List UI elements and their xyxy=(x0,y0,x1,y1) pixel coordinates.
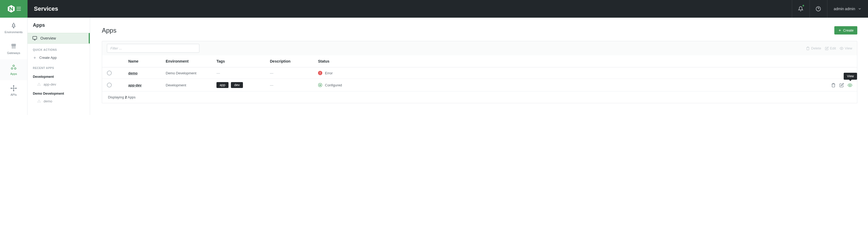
user-name: admin admin xyxy=(834,7,855,11)
action-label: Delete xyxy=(811,46,821,50)
nav-overview[interactable]: Overview xyxy=(28,33,90,43)
recent-app-dev[interactable]: app-dev xyxy=(28,80,90,89)
col-name: Name xyxy=(128,59,166,63)
notification-dot-icon xyxy=(803,5,804,6)
view-action[interactable]: View xyxy=(840,46,852,50)
rail-environments[interactable]: Environments xyxy=(0,18,27,38)
row-name-link[interactable]: demo xyxy=(128,71,137,75)
row-status-text: Error xyxy=(325,71,333,75)
help-circle-icon xyxy=(816,6,821,11)
rail-label: Environments xyxy=(4,30,23,34)
svg-point-28 xyxy=(39,101,41,102)
edit-icon xyxy=(825,47,829,50)
row-env: Development xyxy=(166,83,216,87)
col-status: Status xyxy=(318,59,371,63)
page-title: Apps xyxy=(102,27,117,34)
row-select-radio[interactable] xyxy=(107,83,112,87)
monitor-icon xyxy=(32,36,37,41)
action-label: View xyxy=(845,46,852,50)
svg-point-33 xyxy=(849,85,850,86)
plus-icon xyxy=(838,29,841,32)
action-label: Edit xyxy=(830,46,836,50)
nav-label: Overview xyxy=(40,36,56,40)
create-label: Create xyxy=(843,28,854,32)
rail-gateways[interactable]: Gateways xyxy=(0,38,27,59)
edit-action[interactable]: Edit xyxy=(825,46,836,50)
apps-small-icon xyxy=(37,83,41,86)
apps-small-icon xyxy=(37,99,41,103)
help-button[interactable] xyxy=(809,0,827,18)
row-select-radio[interactable] xyxy=(107,70,112,76)
create-app-action[interactable]: Create App xyxy=(28,54,90,62)
rail-label: APIs xyxy=(10,93,17,96)
view-tooltip: View xyxy=(844,73,857,80)
svg-point-26 xyxy=(38,100,39,101)
col-description: Description xyxy=(270,59,318,63)
nginx-logo[interactable] xyxy=(0,0,28,18)
row-name-link[interactable]: app-dev xyxy=(128,83,142,87)
footer-count: 2 xyxy=(125,95,127,99)
sub-item-label: Create App xyxy=(39,56,57,60)
sidepanel-title: Apps xyxy=(28,23,90,33)
bell-icon xyxy=(798,6,803,11)
leaf-label: demo xyxy=(43,99,52,103)
trash-icon[interactable] xyxy=(831,83,836,87)
svg-point-10 xyxy=(11,68,13,69)
tag-badge: app xyxy=(216,82,228,88)
heart-ok-icon xyxy=(318,83,322,87)
table-header: Name Environment Tags Description Status xyxy=(102,55,857,67)
svg-point-24 xyxy=(38,85,39,86)
row-desc: — xyxy=(270,83,273,87)
svg-point-31 xyxy=(841,48,842,49)
quick-actions-label: Quick actions xyxy=(28,43,90,54)
col-environment: Environment xyxy=(166,59,216,63)
svg-point-5 xyxy=(14,44,16,46)
rail-label: Gateways xyxy=(7,51,20,55)
filter-input[interactable] xyxy=(107,44,199,53)
group-demo-development: Demo Development xyxy=(28,89,90,97)
group-development: Development xyxy=(28,72,90,80)
row-status-text: Configured xyxy=(325,83,342,87)
col-tags: Tags xyxy=(216,59,270,63)
rail-apps[interactable]: Apps xyxy=(0,59,27,80)
gateways-icon xyxy=(10,43,17,50)
leaf-label: app-dev xyxy=(43,82,56,86)
svg-point-27 xyxy=(38,101,39,102)
recent-demo[interactable]: demo xyxy=(28,97,90,106)
chevron-down-icon xyxy=(858,7,862,11)
row-desc: — xyxy=(270,71,273,75)
footer-suffix: Apps xyxy=(127,95,136,99)
hamburger-icon xyxy=(17,7,21,11)
table-row[interactable]: demo Demo Development — — ! Error xyxy=(102,67,857,79)
rail-apis[interactable]: APIs xyxy=(0,80,27,101)
delete-action[interactable]: Delete xyxy=(806,46,821,50)
create-button[interactable]: Create xyxy=(834,26,857,34)
plus-icon xyxy=(33,56,37,60)
trash-icon xyxy=(806,47,810,50)
error-badge-icon: ! xyxy=(318,71,322,75)
page-section-title: Services xyxy=(34,5,58,12)
footer-prefix: Displaying xyxy=(108,95,125,99)
apps-icon xyxy=(10,64,17,70)
eye-icon[interactable] xyxy=(848,83,852,87)
svg-point-23 xyxy=(38,83,39,84)
row-env: Demo Development xyxy=(166,71,216,75)
user-menu[interactable]: admin admin xyxy=(827,0,868,18)
svg-point-11 xyxy=(14,68,16,69)
table-footer: Displaying 2 Apps xyxy=(102,91,857,103)
tree-icon xyxy=(10,23,17,29)
svg-point-25 xyxy=(39,85,41,86)
svg-point-9 xyxy=(13,65,14,67)
svg-rect-18 xyxy=(33,36,37,39)
eye-icon xyxy=(840,47,843,50)
edit-icon[interactable] xyxy=(839,83,844,87)
hexagon-logo-icon xyxy=(7,4,16,13)
recent-apps-label: Recent apps xyxy=(28,62,90,72)
tag-badge: dev xyxy=(231,82,243,88)
plus-connector-icon xyxy=(10,85,17,91)
table-row[interactable]: app-dev Development app dev — Configured… xyxy=(102,79,857,91)
row-tags-empty: — xyxy=(216,71,220,75)
notifications-button[interactable] xyxy=(792,0,809,18)
rail-label: Apps xyxy=(10,72,17,76)
